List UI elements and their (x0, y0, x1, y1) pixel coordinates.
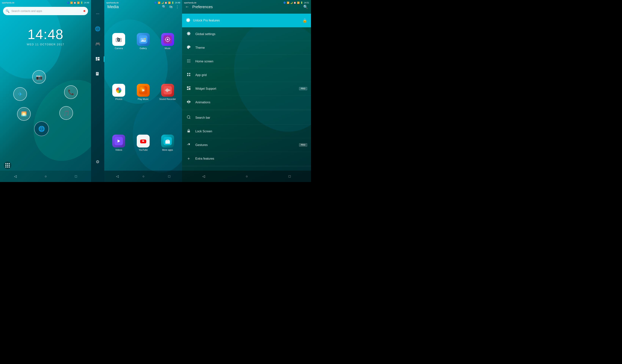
svg-point-67 (187, 116, 190, 118)
app-drawer-button[interactable] (4, 162, 11, 169)
widget-pro-badge: PRO (299, 87, 307, 90)
lockscreen-icon (186, 129, 192, 134)
pref-item-theme[interactable]: Theme (182, 41, 311, 55)
status-bar-2: sparhandy.de 🔵 📶 🌙 ⏰ 📶 🔋 14:48 (104, 0, 182, 5)
app-icon-phone[interactable]: 📞 (64, 85, 78, 99)
drawer-more-icon[interactable]: ⋮ (175, 5, 179, 9)
recent-button-2[interactable]: □ (168, 174, 170, 178)
home-button-3[interactable]: ○ (246, 174, 248, 178)
phone-icon: 📞 (68, 89, 74, 95)
widget-icon (186, 86, 192, 91)
svg-rect-28 (168, 89, 168, 91)
back-button-2[interactable]: ◁ (116, 174, 119, 178)
music-icon: 🎵 (63, 110, 70, 116)
svg-point-47 (187, 59, 188, 60)
svg-rect-24 (163, 86, 172, 95)
signal-icon: 📶 (70, 1, 73, 4)
bottom-nav-3: ◁ ○ □ (182, 171, 311, 182)
searchbar-label: Search bar (195, 116, 307, 119)
pref-item-widget[interactable]: Widget Support PRO (182, 82, 311, 96)
videos-app-icon (112, 134, 125, 148)
bt-icon-2: 🔵 (154, 1, 157, 4)
pref-item-appgrid[interactable]: App grid (182, 68, 311, 82)
camera-app-label: Camera (115, 47, 123, 50)
svg-rect-30 (170, 90, 170, 91)
home-screen: sparhandy.de 🔵 📶 ⏰ 📶 🔋 14:48 🔍 Search co… (0, 0, 91, 182)
unlock-pro-banner[interactable]: Unlock Pro features 🔒 (182, 14, 311, 27)
drawer-store-icon[interactable]: 🛍 (169, 5, 173, 9)
app-icon-gallery[interactable]: 🌅 (17, 107, 31, 121)
svg-point-45 (189, 46, 190, 47)
pref-search-icon[interactable]: 🔍 (303, 4, 308, 9)
list-item[interactable]: Photos (107, 67, 130, 117)
svg-point-39 (168, 140, 169, 141)
gallery-app-label: Gallery (139, 47, 147, 50)
carrier-2: sparhandy.de (106, 1, 119, 4)
sidebar-item-media[interactable] (91, 52, 104, 66)
back-button-1[interactable]: ◁ (14, 174, 17, 178)
drawer-search-icon[interactable]: 🔍 (162, 5, 166, 9)
pref-item-searchbar[interactable]: Search bar (182, 111, 311, 125)
sidebar-item-games[interactable]: 🎮 (91, 37, 104, 51)
svg-line-68 (190, 118, 190, 119)
svg-rect-59 (189, 75, 190, 76)
back-arrow[interactable]: ← (185, 4, 189, 9)
svg-point-50 (187, 60, 188, 61)
wifi-icon: 📶 (77, 1, 80, 4)
list-item[interactable]: Gallery (132, 17, 155, 66)
svg-point-49 (190, 59, 190, 60)
svg-rect-61 (189, 86, 190, 87)
list-item[interactable]: More apps (156, 118, 179, 168)
app-icon-browser[interactable]: 🌐 (34, 121, 49, 136)
sidebar-item-docs[interactable] (91, 67, 104, 81)
sidebar-item-more[interactable]: ··· (91, 7, 104, 20)
battery-icon: 🔋 (80, 1, 83, 4)
animations-icon (186, 100, 192, 105)
recent-button-1[interactable]: □ (75, 174, 77, 178)
dots-grid-icon (5, 163, 10, 168)
app-icon-camera[interactable]: 📷 (32, 70, 46, 84)
time-1: 🔵 📶 ⏰ 📶 🔋 14:48 (67, 1, 89, 4)
svg-rect-29 (169, 90, 169, 91)
app-icon-telegram[interactable]: ✈ (13, 87, 27, 101)
app-icon-music[interactable]: 🎵 (59, 106, 73, 120)
bottom-nav-2: ◁ ○ □ (104, 171, 182, 182)
sidebar-item-settings[interactable]: ⚙ (91, 155, 104, 169)
pref-item-global[interactable]: Global settings (182, 27, 311, 41)
list-item[interactable]: Videos (107, 118, 130, 168)
search-dot (83, 10, 85, 12)
carrier-1: sparhandy.de (2, 1, 14, 4)
telegram-icon: ✈ (18, 91, 22, 97)
list-item[interactable]: Play Music (132, 67, 155, 117)
searchbar-icon (186, 115, 192, 120)
recent-button-3[interactable]: □ (289, 174, 291, 178)
list-item[interactable]: Camera (107, 17, 130, 66)
pref-item-backup[interactable]: Backup/Restore (182, 167, 311, 171)
clock-area: 14:48 WED 11 OCTOBER 2017 (0, 27, 91, 46)
pref-item-extra[interactable]: + Extra features (182, 152, 311, 166)
pref-item-gestures[interactable]: Gestures PRO (182, 138, 311, 152)
bluetooth-icon: 🔵 (67, 1, 69, 4)
back-button-3[interactable]: ◁ (202, 174, 205, 178)
svg-text:♪: ♪ (167, 38, 168, 40)
widget-label: Widget Support (195, 87, 295, 90)
list-item[interactable]: Sound Recorder (156, 67, 179, 117)
home-button-2[interactable]: ○ (142, 174, 144, 178)
unlock-pro-label: Unlock Pro features (193, 19, 300, 22)
svg-point-43 (188, 47, 188, 47)
pref-item-lockscreen[interactable]: Lock Screen (182, 125, 311, 138)
svg-rect-57 (189, 73, 190, 74)
gallery-app-icon (137, 33, 150, 46)
svg-rect-66 (189, 101, 190, 102)
youtube-app-icon (137, 134, 150, 148)
pref-item-homescreen[interactable]: Home screen (182, 55, 311, 68)
photos-app-label: Photos (115, 98, 122, 100)
list-item[interactable]: YouTube (132, 118, 155, 168)
search-bar[interactable]: 🔍 Search contacts and apps (3, 7, 88, 15)
list-item[interactable]: ♪ Music (156, 17, 179, 66)
sidebar-item-web[interactable]: 🌐 (91, 22, 104, 36)
camera-icon: 📷 (36, 74, 42, 80)
home-button-1[interactable]: ○ (45, 174, 47, 178)
pref-item-animations[interactable]: Animations (182, 96, 311, 109)
playmusic-app-label: Play Music (138, 98, 149, 100)
